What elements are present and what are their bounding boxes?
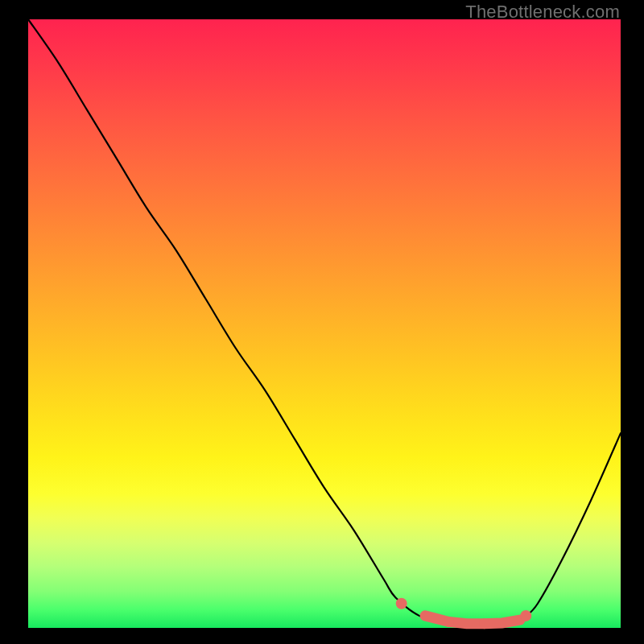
optimal-range-dot <box>479 618 489 629</box>
chart-frame: TheBottleneck.com <box>0 0 644 644</box>
optimal-range-dot <box>444 617 454 627</box>
optimal-range-segment <box>425 616 520 624</box>
optimal-range-dot <box>396 598 407 609</box>
curve-line <box>28 19 621 625</box>
bottleneck-curve <box>28 19 621 628</box>
plot-area <box>28 19 621 628</box>
optimal-range-dot <box>520 610 531 621</box>
